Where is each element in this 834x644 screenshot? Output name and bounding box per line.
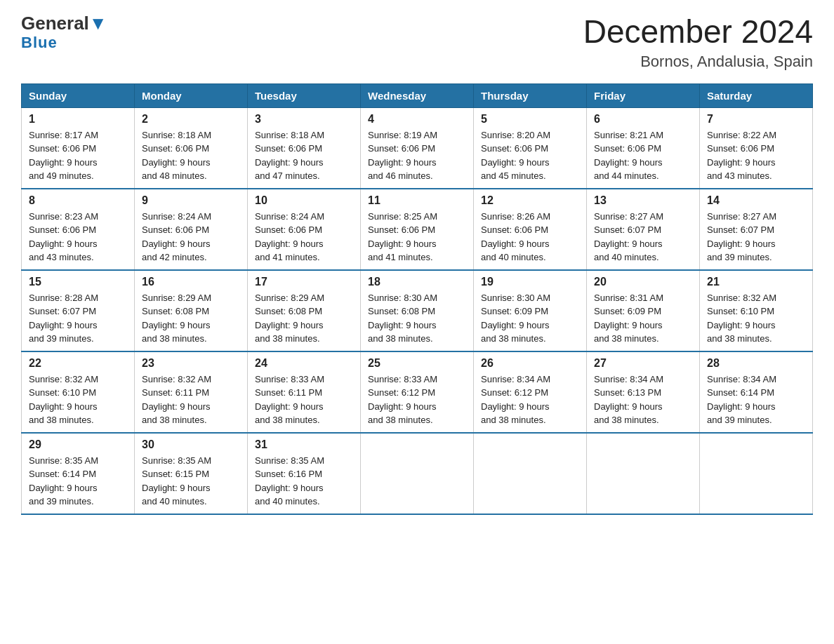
logo-triangle-icon: ▼ — [89, 13, 107, 34]
calendar-cell — [700, 433, 813, 514]
day-number: 26 — [481, 357, 579, 370]
calendar-cell — [361, 433, 474, 514]
day-info: Sunrise: 8:30 AM Sunset: 6:09 PM Dayligh… — [481, 291, 579, 346]
day-number: 5 — [481, 113, 579, 126]
header-friday: Friday — [587, 83, 700, 107]
day-info: Sunrise: 8:32 AM Sunset: 6:10 PM Dayligh… — [707, 291, 805, 346]
calendar-cell: 24 Sunrise: 8:33 AM Sunset: 6:11 PM Dayl… — [248, 351, 361, 433]
calendar-cell: 25 Sunrise: 8:33 AM Sunset: 6:12 PM Dayl… — [361, 351, 474, 433]
day-info: Sunrise: 8:32 AM Sunset: 6:11 PM Dayligh… — [142, 373, 240, 427]
day-number: 25 — [368, 357, 466, 370]
calendar-body: 1 Sunrise: 8:17 AM Sunset: 6:06 PM Dayli… — [22, 107, 813, 514]
calendar-header: Sunday Monday Tuesday Wednesday Thursday… — [22, 83, 813, 107]
calendar-cell: 7 Sunrise: 8:22 AM Sunset: 6:06 PM Dayli… — [700, 107, 813, 189]
calendar-cell: 11 Sunrise: 8:25 AM Sunset: 6:06 PM Dayl… — [361, 189, 474, 270]
calendar-cell: 27 Sunrise: 8:34 AM Sunset: 6:13 PM Dayl… — [587, 351, 700, 433]
day-number: 15 — [29, 276, 127, 288]
day-info: Sunrise: 8:30 AM Sunset: 6:08 PM Dayligh… — [368, 291, 466, 346]
day-number: 23 — [142, 357, 240, 370]
day-number: 16 — [142, 276, 240, 288]
day-number: 12 — [481, 194, 579, 207]
calendar-cell: 22 Sunrise: 8:32 AM Sunset: 6:10 PM Dayl… — [22, 351, 135, 433]
day-info: Sunrise: 8:34 AM Sunset: 6:12 PM Dayligh… — [481, 373, 579, 427]
calendar-cell: 28 Sunrise: 8:34 AM Sunset: 6:14 PM Dayl… — [700, 351, 813, 433]
calendar-cell: 31 Sunrise: 8:35 AM Sunset: 6:16 PM Dayl… — [248, 433, 361, 514]
day-info: Sunrise: 8:35 AM Sunset: 6:14 PM Dayligh… — [29, 454, 127, 509]
calendar-cell: 12 Sunrise: 8:26 AM Sunset: 6:06 PM Dayl… — [474, 189, 587, 270]
day-number: 30 — [142, 438, 240, 451]
day-number: 11 — [368, 194, 466, 207]
calendar-cell: 18 Sunrise: 8:30 AM Sunset: 6:08 PM Dayl… — [361, 270, 474, 351]
day-number: 8 — [29, 194, 127, 207]
calendar-cell: 17 Sunrise: 8:29 AM Sunset: 6:08 PM Dayl… — [248, 270, 361, 351]
logo-general: General▼ — [21, 14, 107, 32]
day-info: Sunrise: 8:24 AM Sunset: 6:06 PM Dayligh… — [255, 210, 353, 264]
calendar-cell: 19 Sunrise: 8:30 AM Sunset: 6:09 PM Dayl… — [474, 270, 587, 351]
day-info: Sunrise: 8:25 AM Sunset: 6:06 PM Dayligh… — [368, 210, 466, 264]
day-number: 10 — [255, 194, 353, 207]
header-monday: Monday — [135, 83, 248, 107]
header-wednesday: Wednesday — [361, 83, 474, 107]
calendar-cell: 5 Sunrise: 8:20 AM Sunset: 6:06 PM Dayli… — [474, 107, 587, 189]
day-number: 2 — [142, 113, 240, 126]
calendar-cell: 8 Sunrise: 8:23 AM Sunset: 6:06 PM Dayli… — [22, 189, 135, 270]
calendar-cell — [587, 433, 700, 514]
title-area: December 2024 Bornos, Andalusia, Spain — [583, 14, 813, 71]
day-number: 7 — [707, 113, 805, 126]
day-number: 29 — [29, 438, 127, 451]
day-info: Sunrise: 8:18 AM Sunset: 6:06 PM Dayligh… — [255, 128, 353, 183]
day-info: Sunrise: 8:26 AM Sunset: 6:06 PM Dayligh… — [481, 210, 579, 264]
day-info: Sunrise: 8:29 AM Sunset: 6:08 PM Dayligh… — [142, 291, 240, 346]
calendar-week-1: 1 Sunrise: 8:17 AM Sunset: 6:06 PM Dayli… — [22, 107, 813, 189]
day-info: Sunrise: 8:32 AM Sunset: 6:10 PM Dayligh… — [29, 373, 127, 427]
day-number: 22 — [29, 357, 127, 370]
calendar-week-4: 22 Sunrise: 8:32 AM Sunset: 6:10 PM Dayl… — [22, 351, 813, 433]
header-thursday: Thursday — [474, 83, 587, 107]
day-info: Sunrise: 8:33 AM Sunset: 6:12 PM Dayligh… — [368, 373, 466, 427]
day-number: 13 — [594, 194, 692, 207]
calendar-cell: 9 Sunrise: 8:24 AM Sunset: 6:06 PM Dayli… — [135, 189, 248, 270]
calendar-cell: 29 Sunrise: 8:35 AM Sunset: 6:14 PM Dayl… — [22, 433, 135, 514]
calendar-cell: 2 Sunrise: 8:18 AM Sunset: 6:06 PM Dayli… — [135, 107, 248, 189]
calendar-cell: 1 Sunrise: 8:17 AM Sunset: 6:06 PM Dayli… — [22, 107, 135, 189]
calendar-cell: 16 Sunrise: 8:29 AM Sunset: 6:08 PM Dayl… — [135, 270, 248, 351]
day-number: 6 — [594, 113, 692, 126]
logo-blue: Blue — [21, 34, 58, 52]
calendar-cell: 15 Sunrise: 8:28 AM Sunset: 6:07 PM Dayl… — [22, 270, 135, 351]
day-info: Sunrise: 8:17 AM Sunset: 6:06 PM Dayligh… — [29, 128, 127, 183]
day-info: Sunrise: 8:29 AM Sunset: 6:08 PM Dayligh… — [255, 291, 353, 346]
header: General▼ Blue December 2024 Bornos, Anda… — [21, 14, 813, 71]
day-number: 1 — [29, 113, 127, 126]
day-number: 21 — [707, 276, 805, 288]
day-number: 28 — [707, 357, 805, 370]
day-info: Sunrise: 8:35 AM Sunset: 6:16 PM Dayligh… — [255, 454, 353, 509]
day-info: Sunrise: 8:22 AM Sunset: 6:06 PM Dayligh… — [707, 128, 805, 183]
calendar-table: Sunday Monday Tuesday Wednesday Thursday… — [21, 83, 813, 515]
day-info: Sunrise: 8:21 AM Sunset: 6:06 PM Dayligh… — [594, 128, 692, 183]
day-number: 18 — [368, 276, 466, 288]
header-sunday: Sunday — [22, 83, 135, 107]
calendar-cell: 23 Sunrise: 8:32 AM Sunset: 6:11 PM Dayl… — [135, 351, 248, 433]
day-info: Sunrise: 8:24 AM Sunset: 6:06 PM Dayligh… — [142, 210, 240, 264]
header-saturday: Saturday — [700, 83, 813, 107]
header-tuesday: Tuesday — [248, 83, 361, 107]
day-info: Sunrise: 8:19 AM Sunset: 6:06 PM Dayligh… — [368, 128, 466, 183]
day-number: 3 — [255, 113, 353, 126]
day-number: 17 — [255, 276, 353, 288]
calendar-cell: 20 Sunrise: 8:31 AM Sunset: 6:09 PM Dayl… — [587, 270, 700, 351]
day-number: 31 — [255, 438, 353, 451]
day-info: Sunrise: 8:28 AM Sunset: 6:07 PM Dayligh… — [29, 291, 127, 346]
day-info: Sunrise: 8:33 AM Sunset: 6:11 PM Dayligh… — [255, 373, 353, 427]
day-info: Sunrise: 8:34 AM Sunset: 6:14 PM Dayligh… — [707, 373, 805, 427]
day-number: 24 — [255, 357, 353, 370]
day-info: Sunrise: 8:18 AM Sunset: 6:06 PM Dayligh… — [142, 128, 240, 183]
calendar-cell: 10 Sunrise: 8:24 AM Sunset: 6:06 PM Dayl… — [248, 189, 361, 270]
day-info: Sunrise: 8:23 AM Sunset: 6:06 PM Dayligh… — [29, 210, 127, 264]
day-number: 20 — [594, 276, 692, 288]
day-info: Sunrise: 8:20 AM Sunset: 6:06 PM Dayligh… — [481, 128, 579, 183]
calendar-week-5: 29 Sunrise: 8:35 AM Sunset: 6:14 PM Dayl… — [22, 433, 813, 514]
calendar-cell: 21 Sunrise: 8:32 AM Sunset: 6:10 PM Dayl… — [700, 270, 813, 351]
calendar-cell: 3 Sunrise: 8:18 AM Sunset: 6:06 PM Dayli… — [248, 107, 361, 189]
calendar-week-3: 15 Sunrise: 8:28 AM Sunset: 6:07 PM Dayl… — [22, 270, 813, 351]
calendar-cell: 6 Sunrise: 8:21 AM Sunset: 6:06 PM Dayli… — [587, 107, 700, 189]
